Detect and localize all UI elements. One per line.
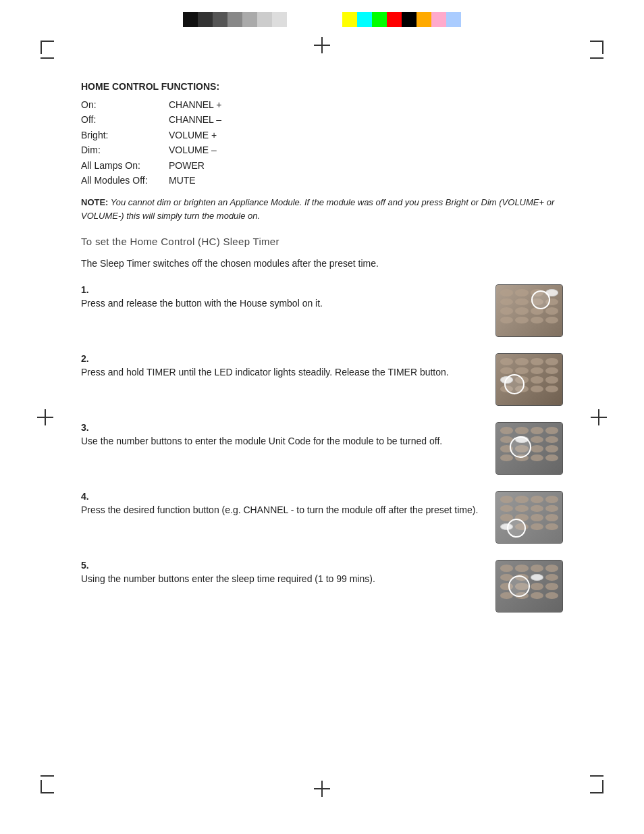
remote-button-dot [500,505,513,512]
swatch-medium-gray [213,12,227,27]
corner-mark-bl [41,780,54,793]
remote-button-dot [545,583,558,590]
remote-dots [496,492,562,543]
remote-button-dot [531,496,543,502]
step-body: Press and hold TIMER until the LED indic… [81,365,482,380]
section-title: HOME CONTROL FUNCTIONS: [81,81,563,92]
remote-button-dot [515,298,528,305]
step-body: Press and release the button with the Ho… [81,296,482,311]
step-number: 5. [81,560,89,571]
function-value: MUTE [169,173,196,188]
remote-image-sim [496,492,562,543]
crosshair-bottom [314,781,330,797]
step-text: 2.Press and hold TIMER until the LED ind… [81,353,495,380]
tick-bl [41,775,54,777]
remote-button-dot [500,367,513,374]
swatch-very-light-gray [272,12,287,27]
swatch-light-gray [242,12,257,27]
step-text: 5.Using the number buttons enter the sle… [81,560,495,586]
note-label: NOTE: [81,197,108,207]
remote-button-dot [545,307,558,314]
remote-button-dot [515,367,528,374]
swatch-light-blue [446,12,461,27]
remote-button-dot [515,317,528,323]
remote-button-dot [531,505,543,512]
steps-container: 1.Press and release the button with the … [81,284,563,613]
remote-image-sim [496,423,562,474]
function-row: Bright:VOLUME + [81,128,563,142]
step-number: 3. [81,422,89,433]
remote-button-dot [531,367,543,374]
remote-button-dot [515,289,528,296]
tick-br [590,775,603,777]
remote-button-dot [531,574,543,581]
swatch-orange [417,12,431,27]
remote-button-dot [531,427,543,434]
swatch-black [402,12,417,27]
step-image-1 [495,284,563,337]
remote-button-dot [515,496,528,502]
remote-button-dot [545,317,558,323]
remote-button-dot [500,454,513,461]
remote-button-dot [545,376,558,383]
swatch-green [372,12,387,27]
sleep-timer-intro: The Sleep Timer switches off the chosen … [81,257,563,271]
remote-button-dot [531,445,543,452]
remote-button-dot [545,436,558,443]
remote-button-dot [545,454,558,461]
remote-button-dot [531,565,543,571]
main-content: HOME CONTROL FUNCTIONS: On:CHANNEL +Off:… [81,81,563,753]
step-number: 2. [81,353,89,364]
swatch-dark-gray [198,12,213,27]
remote-button-dot [545,496,558,502]
remote-button-dot [545,505,558,512]
remote-button-dot [515,565,528,571]
remote-button-dot [515,307,528,314]
remote-button-dot [531,583,543,590]
step-row: 5.Using the number buttons enter the sle… [81,560,563,613]
step-number: 1. [81,284,89,295]
remote-button-dot [545,523,558,530]
remote-button-dot [531,358,543,365]
function-label: Dim: [81,142,169,157]
remote-button-dot [500,317,513,323]
step-image-3 [495,422,563,475]
remote-button-dot [531,436,543,443]
remote-button-dot [531,454,543,461]
function-label: All Modules Off: [81,173,169,188]
swatch-black [183,12,198,27]
remote-button-dot [545,514,558,521]
crosshair-right [591,409,607,425]
corner-mark-tr [590,41,603,54]
swatch-red [387,12,402,27]
tick-tl [41,57,54,59]
function-value: VOLUME + [169,128,217,142]
sleep-timer-heading-text: To set the Home Control (HC) Sleep Timer [81,236,279,247]
remote-button-dot [500,298,513,305]
swatch-white [287,12,302,27]
remote-button-dot [500,427,513,434]
left-color-strip [183,12,302,27]
step-row: 4.Press the desired function button (e.g… [81,491,563,544]
sleep-timer-heading: To set the Home Control (HC) Sleep Timer [81,236,563,247]
functions-table: On:CHANNEL +Off:CHANNEL –Bright:VOLUME +… [81,97,563,188]
step-row: 2.Press and hold TIMER until the LED ind… [81,353,563,406]
function-value: VOLUME – [169,142,217,157]
remote-button-dot [515,505,528,512]
remote-button-dot [500,307,513,314]
remote-button-dot [531,317,543,323]
function-row: On:CHANNEL + [81,97,563,112]
function-label: All Lamps On: [81,158,169,173]
note-block: NOTE: You cannot dim or brighten an Appl… [81,196,563,222]
remote-button-dot [545,386,558,392]
remote-button-dot [545,574,558,581]
remote-button-dot [500,565,513,571]
top-color-bar [0,12,644,27]
step-number: 4. [81,491,89,502]
note-text: You cannot dim or brighten an Appliance … [81,197,554,221]
function-label: On: [81,97,169,112]
remote-button-dot [515,427,528,434]
corner-mark-br [590,780,603,793]
step-text: 3.Use the number buttons to enter the mo… [81,422,495,448]
remote-button-dot [500,289,513,296]
